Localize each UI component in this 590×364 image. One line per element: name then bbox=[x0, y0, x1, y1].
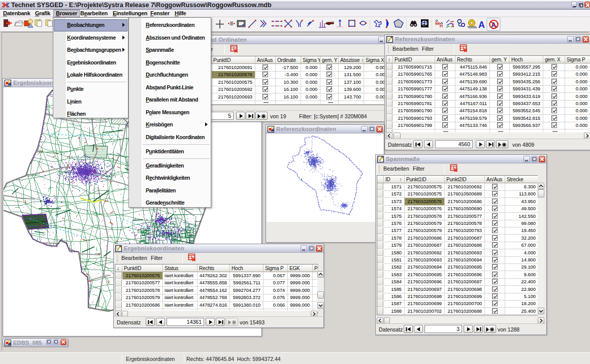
svg-text:A: A bbox=[478, 20, 485, 30]
svg-text:PI: PI bbox=[440, 24, 443, 28]
